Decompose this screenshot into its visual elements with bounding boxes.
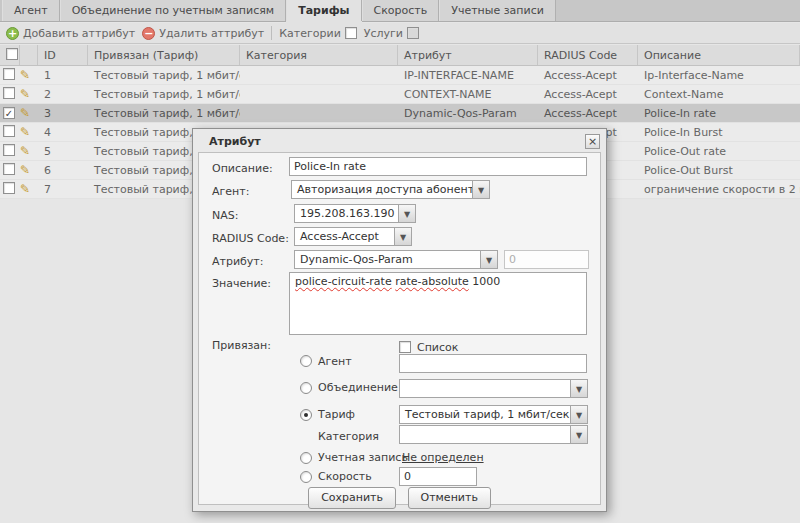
- chevron-down-icon[interactable]: ▼: [472, 181, 489, 198]
- add-attribute-button[interactable]: + Добавить аттрибут: [6, 27, 135, 40]
- remove-attribute-label: Удалить аттрибут: [159, 27, 264, 40]
- cell-id: 6: [38, 164, 88, 177]
- bind-tariff-radio[interactable]: [300, 409, 312, 421]
- bind-agent-input[interactable]: [399, 354, 587, 373]
- row-checkbox[interactable]: [3, 125, 15, 137]
- tab-bar: Агент Объединение по учетным записям Тар…: [0, 0, 800, 22]
- nas-label: NAS:: [212, 209, 238, 222]
- bind-category-value: [400, 426, 587, 428]
- edit-pencil-icon[interactable]: ✎: [20, 164, 30, 177]
- cell-description: Ip-Interface-Name: [638, 69, 800, 82]
- nas-select[interactable]: 195.208.163.190 ▼: [294, 204, 416, 223]
- agent-select-value: Авторизация доступа абонентов по пр: [292, 181, 489, 196]
- header-description[interactable]: Описание: [638, 45, 800, 65]
- categories-checkbox[interactable]: [345, 27, 357, 39]
- save-button[interactable]: Сохранить: [308, 487, 396, 509]
- bind-tariff-select[interactable]: Тестовый тариф, 1 мбит/сек, 500 р ▼: [399, 405, 588, 424]
- agent-select[interactable]: Авторизация доступа абонентов по пр ▼: [291, 180, 490, 199]
- radius-code-select[interactable]: Access-Accept ▼: [294, 227, 412, 246]
- chevron-down-icon[interactable]: ▼: [570, 426, 587, 443]
- value-word: rate-absolute: [395, 275, 469, 288]
- list-checkbox[interactable]: [399, 341, 411, 353]
- cell-bound: Тестовый тариф, 1 мбит/сек,...: [88, 88, 240, 101]
- chevron-down-icon[interactable]: ▼: [480, 251, 497, 268]
- chevron-down-icon[interactable]: ▼: [398, 205, 415, 222]
- cell-radius: Access-Acept: [538, 69, 638, 82]
- categories-label: Категории: [279, 27, 341, 40]
- cell-id: 3: [38, 107, 88, 120]
- radius-code-label: RADIUS Code:: [212, 232, 289, 245]
- tab-union-by-accounts[interactable]: Объединение по учетным записям: [60, 0, 286, 21]
- bind-agent-label: Агент: [318, 355, 352, 368]
- cell-attribute: IP-INTERFACE-NAME: [398, 69, 538, 82]
- close-icon[interactable]: ×: [585, 134, 600, 149]
- cell-id: 4: [38, 126, 88, 139]
- header-attribute[interactable]: Атрибут: [398, 45, 538, 65]
- header-bound[interactable]: Привязан (Тариф): [88, 45, 240, 65]
- toolbar: + Добавить аттрибут − Удалить аттрибут К…: [0, 23, 800, 44]
- edit-pencil-icon[interactable]: ✎: [20, 145, 30, 158]
- description-input[interactable]: Police-In rate: [289, 157, 587, 176]
- header-category[interactable]: Категория: [240, 45, 398, 65]
- attribute-code-input[interactable]: 0: [504, 250, 589, 269]
- attribute-select[interactable]: Dynamic-Qos-Param ▼: [294, 250, 498, 269]
- bind-speed-radio[interactable]: [300, 471, 312, 483]
- toolbar-divider: [271, 26, 272, 40]
- bind-union-select[interactable]: ▼: [399, 379, 588, 398]
- chevron-down-icon[interactable]: ▼: [570, 380, 587, 397]
- cell-description: Police-Out rate: [638, 145, 800, 158]
- edit-pencil-icon[interactable]: ✎: [20, 88, 30, 101]
- header-select-all: [0, 45, 20, 65]
- row-checkbox[interactable]: [3, 163, 15, 175]
- chevron-down-icon[interactable]: ▼: [570, 406, 587, 423]
- row-checkbox-checked[interactable]: ✓: [3, 107, 15, 119]
- categories-toggle: Категории: [279, 27, 357, 40]
- nas-select-value: 195.208.163.190: [295, 205, 415, 220]
- bind-union-label: Объединение: [318, 381, 398, 394]
- header-id[interactable]: ID: [38, 45, 88, 65]
- row-checkbox[interactable]: [3, 87, 15, 99]
- table-row[interactable]: ✎ 2 Тестовый тариф, 1 мбит/сек,... CONTE…: [0, 85, 800, 104]
- row-checkbox[interactable]: [3, 68, 15, 80]
- cell-id: 2: [38, 88, 88, 101]
- chevron-down-icon[interactable]: ▼: [394, 228, 411, 245]
- edit-pencil-icon[interactable]: ✎: [20, 183, 30, 196]
- select-all-checkbox[interactable]: [6, 48, 18, 60]
- bind-union-radio[interactable]: [300, 382, 312, 394]
- cell-id: 7: [38, 183, 88, 196]
- attribute-label: Атрибут:: [212, 255, 263, 268]
- bind-tariff-value: Тестовый тариф, 1 мбит/сек, 500 р: [400, 406, 587, 421]
- description-label: Описание:: [212, 162, 273, 175]
- account-not-defined-link[interactable]: Не определен: [402, 451, 484, 464]
- add-attribute-label: Добавить аттрибут: [23, 27, 135, 40]
- row-checkbox[interactable]: [3, 182, 15, 194]
- bind-account-radio[interactable]: [300, 452, 312, 464]
- bind-agent-radio[interactable]: [300, 355, 312, 367]
- cell-id: 1: [38, 69, 88, 82]
- tab-accounts[interactable]: Учетные записи: [439, 0, 556, 21]
- dialog-buttons: Сохранить Отменить: [199, 487, 600, 509]
- edit-pencil-icon[interactable]: ✎: [20, 107, 30, 120]
- tab-tariffs[interactable]: Тарифы: [286, 0, 361, 21]
- remove-attribute-button[interactable]: − Удалить аттрибут: [142, 27, 264, 40]
- cell-description: Police-In Burst: [638, 126, 800, 139]
- cell-attribute: Dynamic-Qos-Param: [398, 107, 538, 120]
- edit-pencil-icon[interactable]: ✎: [20, 126, 30, 139]
- table-row-selected[interactable]: ✓ ✎ 3 Тестовый тариф, 1 мбит/сек,... Dyn…: [0, 104, 800, 123]
- cell-radius: Access-Acept: [538, 107, 638, 120]
- bind-tariff-label: Тариф: [318, 408, 355, 421]
- services-checkbox[interactable]: [407, 27, 419, 39]
- table-row[interactable]: ✎ 1 Тестовый тариф, 1 мбит/сек,... IP-IN…: [0, 66, 800, 85]
- bound-label: Привязан:: [212, 339, 271, 352]
- tab-agent[interactable]: Агент: [2, 0, 60, 21]
- value-textarea[interactable]: police-circuit-rate rate-absolute 1000: [289, 272, 587, 335]
- bind-category-label: Категория: [318, 430, 379, 443]
- bind-category-select[interactable]: ▼: [399, 425, 588, 444]
- tab-speed[interactable]: Скорость: [362, 0, 440, 21]
- header-radius-code[interactable]: RADIUS Code: [538, 45, 638, 65]
- edit-pencil-icon[interactable]: ✎: [20, 69, 30, 82]
- cancel-button[interactable]: Отменить: [408, 487, 491, 509]
- speed-input[interactable]: 0: [399, 467, 477, 486]
- row-checkbox[interactable]: [3, 144, 15, 156]
- attribute-select-value: Dynamic-Qos-Param: [295, 251, 497, 266]
